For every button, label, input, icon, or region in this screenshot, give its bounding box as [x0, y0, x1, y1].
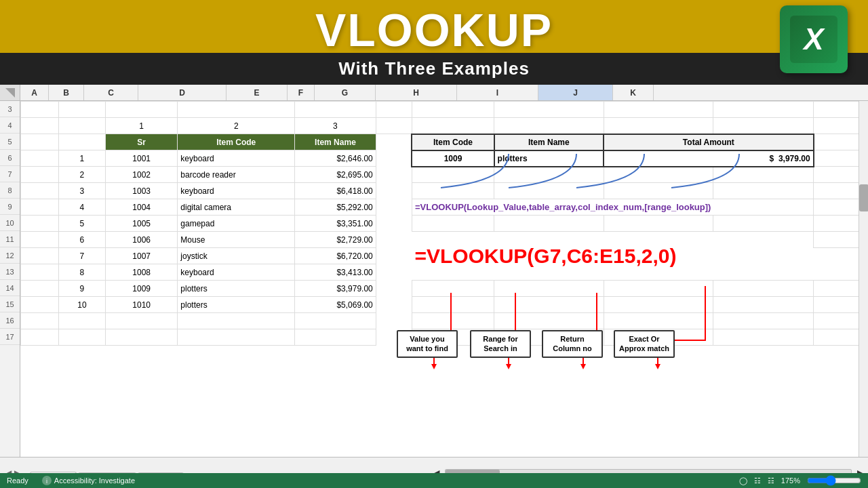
accessibility-text: Accessibility: Investigate: [54, 476, 135, 485]
header-item-name: Item Name: [295, 134, 376, 150]
table-row: 1 1001 keyboard $2,646.00 1009 plotters …: [21, 150, 868, 167]
select-all-icon: [5, 88, 15, 98]
result-name-value: plotters: [494, 150, 604, 167]
col-header-e: E: [226, 85, 288, 100]
col-label-1: 1: [105, 118, 177, 134]
table-row: 6 1006 Mouse $2,729.00 =VLOOKUP(G7,C6:E1…: [21, 232, 868, 248]
table-row: 2 1002 barcode reader $2,695.00: [21, 167, 868, 183]
result-header-name: Item Name: [494, 134, 604, 150]
table-row: 1 2 3: [21, 118, 868, 134]
col-header-h: H: [376, 85, 457, 100]
corner-cell: [0, 85, 20, 100]
col-header-a: A: [20, 85, 49, 100]
zoom-level: 175%: [781, 476, 800, 485]
row-num-3: 3: [0, 101, 20, 117]
col-header-j: J: [538, 85, 613, 100]
subtitle-bar: With Three Examples: [0, 53, 868, 85]
result-header-amount: Total Amount: [604, 134, 814, 150]
accessibility-icon: i: [42, 476, 52, 485]
table-row: [21, 313, 868, 329]
table-row: 9 1009 plotters $3,979.00: [21, 281, 868, 297]
view-normal-icon[interactable]: ◯: [739, 476, 747, 485]
table-row: 5 1005 gamepad $3,351.00: [21, 216, 868, 232]
row-num-9: 9: [0, 199, 20, 215]
svg-marker-4: [655, 364, 660, 369]
vertical-scrollbar[interactable]: [859, 101, 868, 488]
svg-marker-1: [431, 364, 437, 369]
col-label-3: 3: [295, 118, 376, 134]
header-sr: Sr: [105, 134, 177, 150]
sheet-table: 1 2 3 Sr Item Code Item Name Item Code I…: [20, 101, 868, 346]
row-num-12: 12: [0, 247, 20, 264]
table-row: Sr Item Code Item Name Item Code Item Na…: [21, 134, 868, 150]
row-num-11: 11: [0, 231, 20, 247]
status-bar: Ready i Accessibility: Investigate ◯ ☷ ☷…: [0, 473, 868, 488]
row-num-16: 16: [0, 312, 20, 329]
row-num-8: 8: [0, 182, 20, 199]
table-row: 10 1010 plotters $5,069.00: [21, 297, 868, 313]
col-header-f: F: [288, 85, 315, 100]
anno-box-range-search: Range forSearch in: [470, 330, 531, 358]
anno-box-lookup-value: Value youwant to find: [397, 330, 458, 358]
row-num-17: 17: [0, 329, 20, 345]
row-num-5: 5: [0, 134, 20, 150]
anno-box-exact-approx: Exact OrApprox match: [614, 330, 675, 358]
result-amount-value: $ 3,979.00: [604, 150, 814, 167]
col-label-2: 2: [178, 118, 295, 134]
result-header-code: Item Code: [412, 134, 494, 150]
header: VLOOKUP X With Three Examples: [0, 0, 868, 85]
excel-logo: X: [780, 5, 848, 73]
table-row: 4 1004 digital camera $5,292.00 =VLOOKUP…: [21, 199, 868, 216]
status-right: ◯ ☷ ☷ 175%: [739, 475, 861, 486]
col-header-d: D: [138, 85, 226, 100]
anno-box-return-col: ReturnColumn no: [542, 330, 603, 358]
scrollbar-thumb[interactable]: [859, 184, 868, 211]
svg-text:i: i: [46, 478, 47, 485]
status-ready: Ready: [7, 476, 28, 485]
view-pagebreak-icon[interactable]: ☷: [768, 476, 774, 485]
col-header-i: I: [457, 85, 538, 100]
svg-marker-2: [506, 364, 511, 369]
table-row: [21, 102, 868, 118]
row-num-7: 7: [0, 166, 20, 182]
col-header-g: G: [315, 85, 376, 100]
title-main: VLOOKUP: [0, 7, 868, 53]
col-header-k: K: [613, 85, 654, 100]
formula-actual: =VLOOKUP(G7,C6:E15,2,0): [412, 232, 813, 281]
svg-marker-3: [580, 364, 586, 369]
row-num-10: 10: [0, 215, 20, 231]
row-numbers: 3 4 5 6 7 8 9 10 11 12 13 14 15 16 17: [0, 101, 20, 488]
column-header-row: A B C D E F G H I J K: [0, 85, 868, 101]
row-num-15: 15: [0, 296, 20, 312]
svg-marker-0: [5, 88, 15, 98]
col-header-b: B: [49, 85, 84, 100]
row-num-13: 13: [0, 264, 20, 280]
row-num-4: 4: [0, 117, 20, 134]
header-item-code: Item Code: [178, 134, 295, 150]
result-code-value: 1009: [412, 150, 494, 167]
row-num-14: 14: [0, 280, 20, 296]
table-row: 3 1003 keyboard $6,418.00: [21, 183, 868, 199]
row-num-6: 6: [0, 150, 20, 166]
view-layout-icon[interactable]: ☷: [754, 476, 761, 485]
formula-generic: =VLOOKUP(Lookup_Value,table_array,col_in…: [412, 199, 813, 216]
zoom-slider[interactable]: [807, 475, 861, 486]
grid-area: 1 2 3 Sr Item Code Item Name Item Code I…: [20, 101, 868, 488]
col-header-c: C: [84, 85, 138, 100]
data-area: 3 4 5 6 7 8 9 10 11 12 13 14 15 16 17: [0, 101, 868, 488]
